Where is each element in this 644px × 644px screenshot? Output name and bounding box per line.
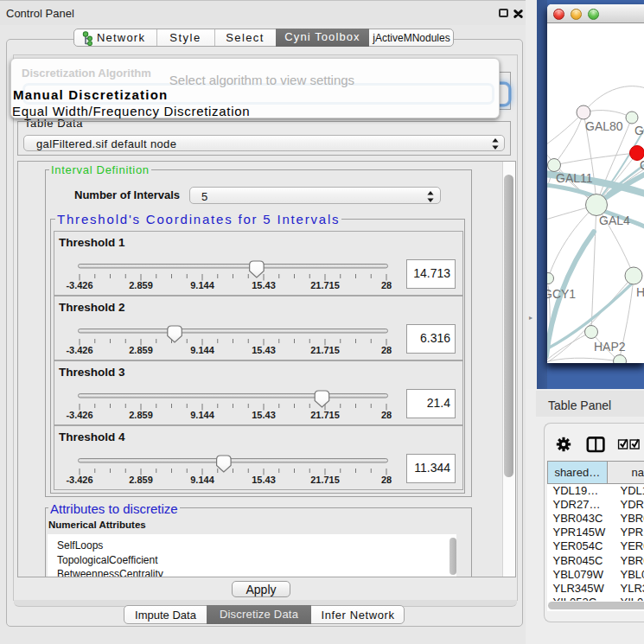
svg-text:28: 28: [381, 475, 392, 485]
svg-text:Threshold 1: Threshold 1: [59, 236, 125, 249]
svg-text:-3.426: -3.426: [66, 345, 92, 355]
svg-text:21.715: 21.715: [310, 280, 340, 290]
svg-text:Threshold 2: Threshold 2: [59, 301, 125, 314]
svg-text:21.715: 21.715: [310, 475, 340, 485]
svg-text:GAL4: GAL4: [599, 214, 630, 227]
svg-text:GAL80: GAL80: [585, 119, 623, 133]
svg-text:Threshold 3: Threshold 3: [59, 366, 125, 379]
svg-text:2.859: 2.859: [129, 410, 153, 420]
svg-text:9.144: 9.144: [190, 410, 214, 420]
svg-text:2.859: 2.859: [129, 475, 153, 485]
svg-text:15.43: 15.43: [252, 410, 276, 420]
svg-text:21.715: 21.715: [310, 345, 340, 355]
svg-text:15.43: 15.43: [252, 280, 276, 290]
svg-text:28: 28: [381, 345, 392, 355]
svg-text:GAL11: GAL11: [556, 171, 593, 185]
svg-text:9.144: 9.144: [190, 475, 214, 485]
svg-text:GCY1: GCY1: [547, 287, 576, 301]
svg-text:2.859: 2.859: [129, 345, 153, 355]
svg-text:-3.426: -3.426: [66, 280, 92, 290]
svg-text:15.43: 15.43: [252, 345, 276, 355]
svg-text:21.715: 21.715: [310, 410, 340, 420]
svg-text:H: H: [636, 285, 644, 299]
svg-text:GA: GA: [634, 124, 644, 137]
svg-text:28: 28: [381, 410, 392, 420]
svg-text:28: 28: [381, 280, 392, 290]
svg-text:2.859: 2.859: [129, 280, 153, 290]
svg-text:Threshold 4: Threshold 4: [59, 430, 125, 443]
svg-text:C: C: [640, 158, 644, 172]
svg-text:9.144: 9.144: [190, 345, 214, 355]
svg-text:HAP2: HAP2: [594, 340, 626, 354]
svg-text:-3.426: -3.426: [66, 410, 92, 420]
svg-text:9.144: 9.144: [190, 280, 214, 290]
svg-text:15.43: 15.43: [252, 475, 276, 485]
svg-text:-3.426: -3.426: [66, 475, 92, 485]
